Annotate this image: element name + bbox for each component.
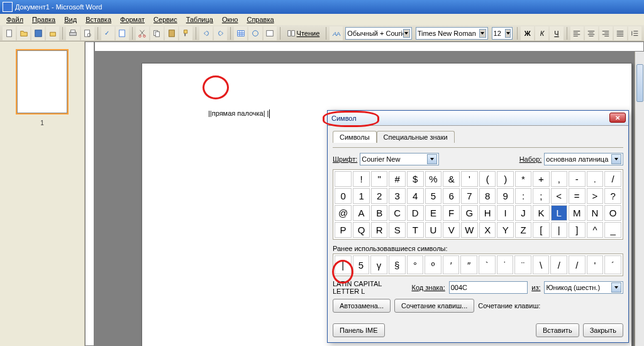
subset-select[interactable]: основная латиница [544,153,623,165]
style-dropdown-icon[interactable] [403,29,410,38]
menu-table[interactable]: Таблица [182,14,217,25]
char-cell[interactable]: 1 [353,188,370,204]
undo-button[interactable] [199,26,213,40]
hyperlink-button[interactable] [248,26,262,40]
size-input[interactable] [494,30,506,37]
menu-format[interactable]: Формат [116,14,148,25]
paste-button[interactable] [165,26,178,40]
from-select[interactable]: Юникод (шестн.) [544,281,623,294]
char-cell[interactable]: ] [569,222,586,238]
char-cell[interactable]: V [443,222,459,238]
align-justify-button[interactable] [614,26,627,40]
underline-button[interactable]: Ч [550,26,563,40]
dropdown-icon[interactable] [611,282,621,293]
menu-insert[interactable]: Вставка [82,14,115,25]
document-text[interactable]: ||прямая палочка| | [208,109,270,118]
char-cell[interactable]: 2 [371,188,388,204]
char-cell[interactable]: 6 [443,188,459,204]
style-aa-button[interactable]: AA [330,26,343,40]
char-cell[interactable]: U [425,222,442,238]
font-input[interactable] [418,30,479,37]
char-cell[interactable]: H [479,205,496,221]
char-cell[interactable]: [ [533,222,549,238]
align-right-button[interactable] [599,26,613,40]
ruler-horizontal[interactable] [94,42,644,52]
char-cell[interactable]: * [515,171,531,187]
insert-table-button[interactable] [264,26,277,40]
char-cell[interactable]: = [569,188,586,204]
char-cell[interactable]: & [443,171,459,187]
close-button[interactable]: Закрыть [583,323,623,337]
recent-char-cell[interactable]: / [550,255,567,274]
menu-help[interactable]: Справка [243,14,277,25]
cut-button[interactable] [136,26,149,40]
dialog-close-button[interactable]: ✕ [609,113,626,123]
char-cell[interactable]: O [604,205,621,221]
align-left-button[interactable] [570,26,584,40]
dialog-titlebar[interactable]: Символ ✕ [328,111,628,126]
font-dropdown-icon[interactable] [479,29,486,38]
ime-button[interactable]: Панель IME [333,323,385,337]
char-cell[interactable]: Q [353,222,370,238]
recent-char-cell[interactable]: γ [370,255,387,274]
table-button[interactable] [234,26,247,40]
recent-char-cell[interactable]: ″ [460,255,477,274]
char-cell[interactable]: C [389,205,406,221]
char-cell[interactable]: E [425,205,442,221]
recent-char-cell[interactable]: ¨ [514,255,531,274]
size-dropdown-icon[interactable] [505,29,511,38]
char-cell[interactable]: A [353,205,370,221]
save-button[interactable] [31,26,45,40]
recent-char-cell[interactable]: / [569,255,586,274]
char-cell[interactable]: - [569,171,586,187]
size-selector[interactable] [492,27,513,40]
recent-char-cell[interactable]: \ [533,255,550,274]
align-center-button[interactable] [585,26,598,40]
char-cell[interactable]: 9 [497,188,513,204]
menu-file[interactable]: Файл [3,14,27,25]
char-cell[interactable]: R [371,222,388,238]
font-select[interactable]: Courier New [360,153,439,165]
insert-button[interactable]: Вставить [536,323,579,337]
char-cell[interactable]: | [551,222,567,238]
char-cell[interactable]: S [389,222,406,238]
print-button[interactable] [66,26,79,40]
code-input[interactable]: 004C [449,281,528,294]
spellcheck-button[interactable]: ✓ [101,26,114,40]
char-cell[interactable]: $ [407,171,424,187]
char-cell[interactable] [335,171,352,187]
recent-char-cell[interactable]: ´ [604,255,621,274]
bold-button[interactable]: Ж [521,26,534,40]
scroll-thumb[interactable] [636,64,643,102]
char-cell[interactable]: P [335,222,352,238]
char-cell[interactable]: # [389,171,406,187]
redo-button[interactable] [214,26,227,40]
char-cell[interactable]: 5 [425,188,442,204]
char-cell[interactable]: + [533,171,549,187]
char-cell[interactable]: J [515,205,531,221]
recent-char-cell[interactable]: ` [479,255,496,274]
char-cell[interactable]: @ [335,205,352,221]
reading-view-button[interactable]: Чтение [284,27,323,40]
char-cell[interactable]: L [551,205,567,221]
format-painter-button[interactable] [179,26,192,40]
char-cell[interactable]: T [407,222,424,238]
char-cell[interactable]: . [587,171,604,187]
char-cell[interactable]: > [587,188,604,204]
char-cell[interactable]: _ [604,222,621,238]
char-cell[interactable]: M [569,205,586,221]
char-cell[interactable]: ^ [587,222,604,238]
recent-char-cell[interactable]: º [425,255,441,274]
menu-tools[interactable]: Сервис [150,14,181,25]
open-button[interactable] [17,26,30,40]
page-thumbnail[interactable] [17,50,67,113]
char-cell[interactable]: % [425,171,442,187]
char-cell[interactable]: ; [533,188,549,204]
style-selector[interactable] [345,27,411,40]
shortcut-button[interactable]: Сочетание клавиш... [394,299,474,313]
char-cell[interactable]: / [604,171,621,187]
menu-view[interactable]: Вид [60,14,80,25]
char-cell[interactable]: B [371,205,388,221]
char-cell[interactable]: G [461,205,478,221]
recent-char-cell[interactable]: | [335,255,352,274]
